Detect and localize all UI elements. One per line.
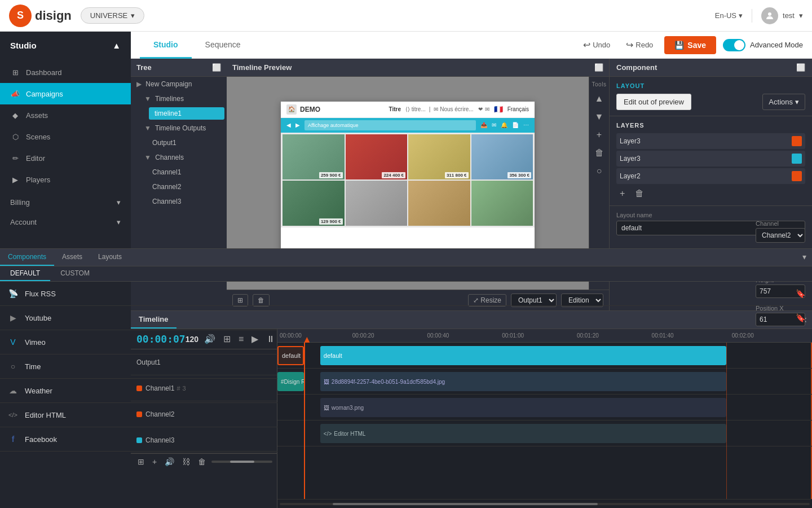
tree-timelines-label: Timelines [155,95,184,103]
block-channel1-1[interactable]: #Disign REA [277,372,304,391]
undo-icon: ↩ [583,40,590,50]
tree-channel3[interactable]: Channel3 [147,194,227,209]
layers-actions: + 🗑 [616,187,805,200]
tree-channel2[interactable]: Channel2 [147,179,227,194]
preview-tool-scroll-up[interactable]: ▲ [593,92,606,106]
comp-panel-chevron[interactable]: ▾ [797,249,812,266]
tree-channels-expand: ▼ [144,154,151,161]
preview-tool-add[interactable]: + [593,128,606,142]
language-selector[interactable]: En-US ▾ [715,11,743,20]
preview-tool-delete[interactable]: 🗑 [593,146,606,160]
undo-button[interactable]: ↩ Undo [579,36,615,54]
sidebar-item-players[interactable]: ▶ Players [0,169,131,190]
redo-label: Redo [636,41,653,49]
layer-row-3[interactable]: Layer2 [616,168,805,184]
svg-point-0 [768,12,771,16]
advanced-mode-switch[interactable] [723,39,745,51]
redo-icon: ↪ [626,40,633,50]
layer-color-2 [792,154,802,164]
tab-studio[interactable]: Studio [140,32,192,59]
tree-timeline-outputs[interactable]: ▼ Timeline Outputs [139,121,227,135]
tree-outputs-label: Timeline Outputs [155,124,206,132]
tree-output1[interactable]: Output1 [147,135,227,150]
actions-button[interactable]: Actions ▾ [762,94,805,110]
tree-channel1[interactable]: Channel1 [147,165,227,179]
component-expand-icon[interactable]: ⬜ [796,63,805,72]
universe-button[interactable]: UNIVERSE ▾ [81,7,144,24]
logo-text: disign [35,8,72,23]
ruler-mark-3: 00:01:00 [502,332,524,339]
comp-item-flux-rss[interactable]: 📡 Flux RSS 🔖 [131,282,812,306]
h-scrollbar-track [280,503,810,505]
comp-bottom-tabs: Components Assets Layouts ▾ [131,249,812,266]
sidebar-item-scenes[interactable]: ⬡ Scenes [0,126,131,147]
block-label-channel1-1: #Disign REA [281,379,304,385]
tree-timeline1[interactable]: timeline1 [149,107,224,120]
edit-preview-button[interactable]: Edit out of preview [616,94,691,110]
sidebar-item-assets[interactable]: ◆ Assets [0,104,131,126]
component-header: Component ⬜ [610,59,812,77]
layers-delete-btn[interactable]: 🗑 [632,187,647,200]
players-icon: ▶ [10,174,20,185]
layers-add-btn[interactable]: + [616,187,628,200]
flux-rss-bookmark-icon[interactable]: 🔖 [796,289,805,298]
tree-campaign-label: New Campaign [145,80,192,88]
tree-timelines-expand: ▼ [144,95,151,103]
tree-channels[interactable]: ▼ Channels [139,150,227,165]
demo-nav-item1: ⟨⟩ titre... [405,106,426,112]
scrollbar-thumb[interactable] [230,461,254,463]
preview-expand-icon[interactable]: ⬜ [594,63,603,72]
block-output1-1[interactable]: default [277,346,304,365]
sidebar-item-dashboard[interactable]: ⊞ Dashboard [0,62,131,83]
redo-button[interactable]: ↪ Redo [621,36,657,54]
save-button[interactable]: 💾 Save [664,36,716,54]
billing-label: Billing [10,198,30,207]
block-channel1-2[interactable]: 🖼 28d8894f-2257-4be0-b051-9a1dcf585bd4.j… [320,372,726,391]
content-area: Studio Sequence ↩ Undo ↪ Redo 💾 Save [131,32,812,508]
tree-campaign[interactable]: ▶ New Campaign [131,77,227,91]
demo-nav-item2: ✉ Nous écrire... [434,106,473,112]
dashboard-icon: ⊞ [10,67,20,77]
toggle-knob [734,40,744,50]
layer-row-2[interactable]: Layer3 [616,151,805,167]
billing-section[interactable]: Billing ▾ [0,192,131,212]
playhead-marker [304,337,310,343]
track-output1: default default [277,343,812,369]
layout-section: LAYOUT Edit out of preview Actions ▾ [610,77,812,116]
playhead-line [304,343,305,499]
comp-item-youtube[interactable]: ▶ Youtube 🔖 [131,306,812,310]
channel-select[interactable]: Channel2 [756,228,805,243]
preview-tool-circle[interactable]: ○ [593,164,606,178]
ruler-mark-2: 00:00:40 [427,332,449,339]
save-icon: 💾 [674,41,684,50]
tree-expand-icon[interactable]: ⬜ [212,63,221,72]
tree-channel1-label: Channel1 [152,168,181,176]
tree-timelines[interactable]: ▼ Timelines [139,91,227,106]
assets-icon: ◆ [10,110,20,120]
sidebar-item-editor[interactable]: ✏ Editor [0,147,131,169]
layer-color-1 [792,136,802,146]
preview-tool-scroll-down[interactable]: ▼ [593,110,606,124]
block-output1-2[interactable]: default [320,346,726,365]
layout-label: LAYOUT [616,82,805,89]
layer-row-1[interactable]: Layer3 [616,133,805,149]
layers-header: LAYERS [616,122,805,129]
track-channel2: 🖼 woman3.png [277,395,812,421]
sidebar-item-campaigns[interactable]: 📣 Campaigns [0,83,131,104]
tree-channel2-label: Channel2 [152,183,181,191]
tab-sequence[interactable]: Sequence [192,32,254,59]
tree-output1-label: Output1 [152,139,176,147]
tree-campaign-expand: ▶ [136,80,142,88]
ruler-mark-0: 00:00:00 [280,332,302,339]
account-section[interactable]: Account ▾ [0,212,131,232]
advanced-mode-label: Advanced Mode [750,41,803,49]
ruler-mark-6: 00:02:00 [732,332,754,339]
user-menu[interactable]: test ▾ [761,7,803,24]
block-channel2-1[interactable]: 🖼 woman3.png [320,398,726,417]
sidebar-label-campaigns: Campaigns [26,90,63,98]
sidebar-collapse-icon[interactable]: ▲ [112,41,121,50]
block-channel3-1[interactable]: </> Editor HTML [320,424,726,443]
component-label: Component [616,63,657,72]
h-scrollbar-thumb[interactable] [333,503,598,505]
top-navigation: S disign UNIVERSE ▾ En-US ▾ test ▾ [0,0,812,32]
